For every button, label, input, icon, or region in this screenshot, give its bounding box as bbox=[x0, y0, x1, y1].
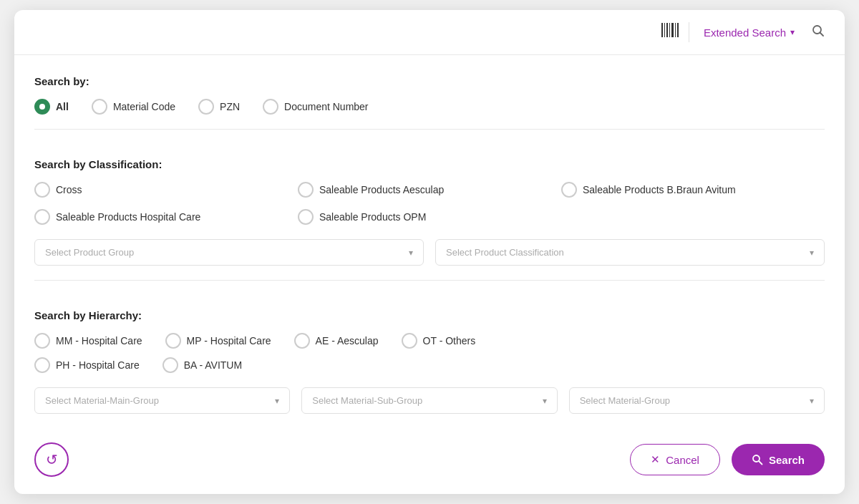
svg-rect-2 bbox=[666, 23, 668, 37]
search-by-section: Search by: All Material Code PZN Documen… bbox=[34, 75, 825, 158]
hierarchy-section: Search by Hierarchy: MM - Hospital Care … bbox=[34, 309, 825, 428]
search-by-separator bbox=[34, 129, 825, 130]
extended-search-label: Extended Search bbox=[704, 26, 786, 39]
radio-ba-label: BA - AVITUM bbox=[184, 359, 242, 371]
material-main-group-chevron-icon: ▾ bbox=[275, 396, 279, 406]
product-group-placeholder: Select Product Group bbox=[45, 247, 134, 258]
chevron-down-icon: ▾ bbox=[790, 27, 795, 37]
cancel-icon: ✕ bbox=[651, 453, 660, 466]
radio-ae-circle bbox=[294, 333, 310, 349]
radio-saleable-aesculap-label: Saleable Products Aesculap bbox=[319, 184, 444, 195]
radio-ae[interactable]: AE - Aesculap bbox=[294, 333, 379, 349]
radio-pzn-circle bbox=[198, 99, 214, 115]
radio-ot-circle bbox=[402, 333, 417, 349]
radio-saleable-bbraun-label: Saleable Products B.Braun Avitum bbox=[583, 184, 736, 195]
material-group-chevron-icon: ▾ bbox=[810, 396, 814, 406]
modal-body: Search by: All Material Code PZN Documen… bbox=[14, 55, 845, 428]
radio-ot-label: OT - Others bbox=[423, 335, 476, 346]
classification-section: Search by Classification: Cross Saleable… bbox=[34, 158, 825, 309]
modal-header: Extended Search ▾ bbox=[14, 10, 845, 55]
radio-mp-circle bbox=[165, 333, 181, 349]
radio-cross-circle bbox=[34, 182, 50, 198]
material-group-select[interactable]: Select Material-Group ▾ bbox=[569, 387, 825, 414]
radio-ba[interactable]: BA - AVITUM bbox=[162, 357, 242, 373]
hierarchy-label: Search by Hierarchy: bbox=[34, 309, 825, 321]
product-classification-chevron-icon: ▾ bbox=[810, 248, 814, 258]
material-sub-group-select[interactable]: Select Material-Sub-Group ▾ bbox=[301, 387, 557, 414]
radio-document-number[interactable]: Document Number bbox=[263, 99, 369, 115]
svg-rect-3 bbox=[669, 23, 670, 37]
radio-material-code-label: Material Code bbox=[113, 101, 175, 112]
header-divider bbox=[689, 22, 689, 42]
radio-mm-circle bbox=[34, 333, 50, 349]
radio-mp[interactable]: MP - Hospital Care bbox=[165, 333, 271, 349]
product-group-select[interactable]: Select Product Group ▾ bbox=[34, 239, 424, 266]
product-group-chevron-icon: ▾ bbox=[409, 248, 413, 258]
radio-document-number-circle bbox=[263, 99, 278, 115]
radio-ot[interactable]: OT - Others bbox=[402, 333, 476, 349]
search-label: Search bbox=[769, 454, 805, 466]
radio-saleable-opm-circle bbox=[298, 209, 314, 225]
radio-saleable-bbraun-circle bbox=[561, 182, 577, 198]
radio-ph[interactable]: PH - Hospital Care bbox=[34, 357, 140, 373]
header-search-icon-button[interactable] bbox=[809, 21, 828, 44]
search-by-radio-row: All Material Code PZN Document Number bbox=[34, 99, 825, 115]
radio-saleable-hospital-circle bbox=[34, 209, 50, 225]
material-group-placeholder: Select Material-Group bbox=[580, 395, 670, 406]
radio-saleable-hospital-label: Saleable Products Hospital Care bbox=[56, 211, 200, 223]
radio-saleable-opm-label: Saleable Products OPM bbox=[319, 211, 426, 223]
footer-actions: ✕ Cancel Search bbox=[630, 444, 825, 475]
radio-mm[interactable]: MM - Hospital Care bbox=[34, 333, 142, 349]
reset-button[interactable]: ↺ bbox=[34, 442, 69, 477]
radio-document-number-label: Document Number bbox=[284, 101, 369, 112]
radio-saleable-bbraun[interactable]: Saleable Products B.Braun Avitum bbox=[561, 182, 825, 198]
radio-pzn[interactable]: PZN bbox=[198, 99, 240, 115]
radio-ba-circle bbox=[162, 357, 178, 373]
barcode-icon bbox=[660, 20, 680, 44]
material-main-group-select[interactable]: Select Material-Main-Group ▾ bbox=[34, 387, 290, 414]
material-main-group-placeholder: Select Material-Main-Group bbox=[45, 395, 159, 406]
radio-material-code[interactable]: Material Code bbox=[92, 99, 175, 115]
material-sub-group-placeholder: Select Material-Sub-Group bbox=[312, 395, 422, 406]
svg-rect-6 bbox=[677, 23, 679, 37]
radio-saleable-aesculap[interactable]: Saleable Products Aesculap bbox=[298, 182, 561, 198]
hierarchy-radio-row2: PH - Hospital Care BA - AVITUM bbox=[34, 357, 825, 373]
search-button[interactable]: Search bbox=[732, 444, 825, 475]
material-sub-group-chevron-icon: ▾ bbox=[543, 396, 547, 406]
classification-label: Search by Classification: bbox=[34, 158, 825, 170]
radio-saleable-aesculap-circle bbox=[298, 182, 314, 198]
extended-search-modal: Extended Search ▾ Search by: All Materia… bbox=[14, 10, 845, 494]
radio-pzn-label: PZN bbox=[220, 101, 240, 112]
svg-rect-4 bbox=[671, 23, 674, 37]
radio-saleable-opm[interactable]: Saleable Products OPM bbox=[298, 209, 561, 225]
radio-ae-label: AE - Aesculap bbox=[316, 335, 379, 346]
search-by-label: Search by: bbox=[34, 75, 825, 87]
product-classification-placeholder: Select Product Classification bbox=[446, 247, 564, 258]
svg-line-10 bbox=[759, 461, 762, 465]
hierarchy-radio-row1: MM - Hospital Care MP - Hospital Care AE… bbox=[34, 333, 825, 349]
radio-mp-label: MP - Hospital Care bbox=[187, 335, 271, 346]
radio-all-label: All bbox=[56, 101, 69, 112]
hierarchy-dropdowns: Select Material-Main-Group ▾ Select Mate… bbox=[34, 387, 825, 414]
product-classification-select[interactable]: Select Product Classification ▾ bbox=[435, 239, 825, 266]
radio-cross[interactable]: Cross bbox=[34, 182, 298, 198]
radio-ph-circle bbox=[34, 357, 50, 373]
radio-ph-label: PH - Hospital Care bbox=[56, 359, 140, 371]
svg-rect-1 bbox=[664, 23, 665, 37]
extended-search-button[interactable]: Extended Search ▾ bbox=[698, 24, 800, 42]
classification-radio-group: Cross Saleable Products Aesculap Saleabl… bbox=[34, 182, 825, 225]
reset-icon: ↺ bbox=[46, 451, 58, 468]
svg-rect-0 bbox=[661, 23, 663, 37]
search-button-icon bbox=[752, 454, 763, 465]
svg-rect-5 bbox=[675, 23, 676, 37]
radio-material-code-circle bbox=[92, 99, 107, 115]
modal-footer: ↺ ✕ Cancel Search bbox=[14, 428, 845, 494]
cancel-button[interactable]: ✕ Cancel bbox=[630, 444, 720, 475]
radio-all[interactable]: All bbox=[34, 99, 69, 115]
classification-separator bbox=[34, 280, 825, 281]
radio-all-circle bbox=[34, 99, 50, 115]
radio-saleable-hospital[interactable]: Saleable Products Hospital Care bbox=[34, 209, 298, 225]
classification-dropdowns: Select Product Group ▾ Select Product Cl… bbox=[34, 239, 825, 266]
cancel-label: Cancel bbox=[666, 454, 699, 466]
radio-mm-label: MM - Hospital Care bbox=[56, 335, 142, 346]
